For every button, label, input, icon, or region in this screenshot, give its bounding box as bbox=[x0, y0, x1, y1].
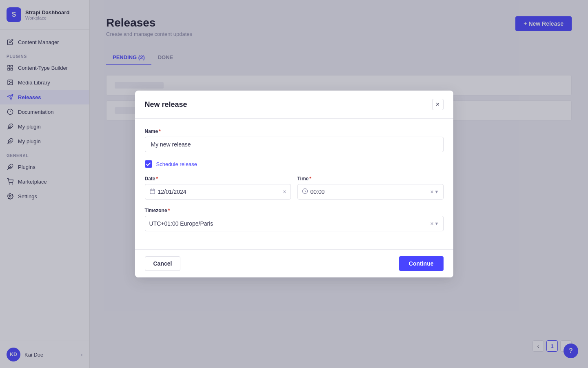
date-clear-button[interactable]: × bbox=[283, 188, 286, 195]
new-release-modal: New release × Name* Schedule release bbox=[135, 91, 453, 277]
continue-button[interactable]: Continue bbox=[399, 256, 444, 271]
timezone-clear-button[interactable]: × bbox=[430, 220, 433, 227]
timezone-dropdown-arrow[interactable]: ▼ bbox=[435, 221, 439, 226]
time-dropdown-arrow[interactable]: ▼ bbox=[435, 189, 439, 194]
clock-icon bbox=[302, 188, 308, 195]
schedule-label[interactable]: Schedule release bbox=[156, 161, 197, 167]
name-input[interactable] bbox=[145, 137, 444, 152]
time-input-wrapper: × ▼ bbox=[297, 184, 444, 200]
date-time-row: Date* × Time* bbox=[145, 176, 444, 200]
timezone-input[interactable] bbox=[149, 216, 429, 231]
schedule-checkbox[interactable] bbox=[145, 160, 152, 168]
date-field-group: Date* × bbox=[145, 176, 291, 200]
time-input[interactable] bbox=[311, 184, 429, 199]
time-clear-button[interactable]: × bbox=[430, 188, 433, 195]
cancel-button[interactable]: Cancel bbox=[145, 256, 181, 271]
modal-close-button[interactable]: × bbox=[432, 99, 444, 110]
timezone-field-group: Timezone* × ▼ bbox=[145, 208, 444, 231]
date-label: Date* bbox=[145, 176, 291, 182]
time-label: Time* bbox=[297, 176, 444, 182]
svg-rect-20 bbox=[150, 189, 154, 194]
modal-header: New release × bbox=[135, 91, 453, 119]
modal-footer: Cancel Continue bbox=[135, 249, 453, 277]
modal-body: Name* Schedule release Date* bbox=[135, 119, 453, 249]
modal-overlay: New release × Name* Schedule release bbox=[0, 0, 588, 368]
date-input-wrapper: × bbox=[145, 184, 291, 200]
modal-title: New release bbox=[145, 100, 187, 109]
time-field-group: Time* × ▼ bbox=[297, 176, 444, 200]
name-field-group: Name* bbox=[145, 129, 444, 152]
calendar-icon bbox=[149, 188, 155, 195]
schedule-checkbox-row: Schedule release bbox=[145, 160, 444, 168]
timezone-label: Timezone* bbox=[145, 208, 444, 213]
date-input[interactable] bbox=[158, 184, 282, 199]
timezone-select-wrapper: × ▼ bbox=[145, 216, 444, 231]
name-label: Name* bbox=[145, 129, 444, 134]
